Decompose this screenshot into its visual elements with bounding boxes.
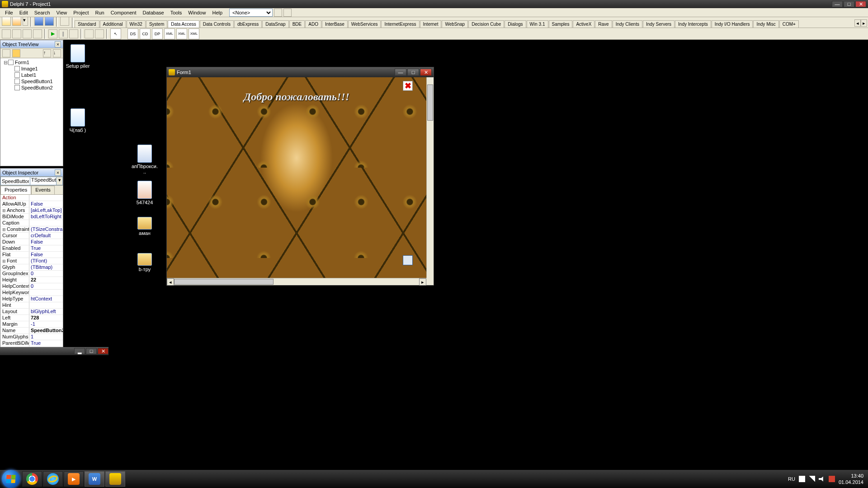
- tray-flag-icon[interactable]: [799, 476, 805, 482]
- prop-value-helptype[interactable]: htContext: [29, 296, 63, 302]
- palette-tab-indy-servers[interactable]: Indy Servers: [643, 20, 675, 28]
- open-dropdown[interactable]: ▾: [23, 17, 28, 26]
- desktop-icon[interactable]: аман: [131, 217, 158, 236]
- prop-name-allowallup[interactable]: AllowAllUp: [0, 201, 29, 207]
- config-combo[interactable]: <None>: [229, 9, 273, 17]
- object-tree[interactable]: ⊟Form1 Image1 Label1 SpeedButton1 SpeedB…: [0, 58, 63, 166]
- new-form-button[interactable]: [33, 29, 42, 38]
- form-vertical-scrollbar[interactable]: [426, 77, 434, 278]
- form-maximize-button[interactable]: □: [407, 69, 419, 76]
- prop-name-glyph[interactable]: Glyph: [0, 264, 29, 270]
- prop-name-flat[interactable]: Flat: [0, 252, 29, 258]
- prop-value-layout[interactable]: blGlyphLeft: [29, 309, 63, 314]
- prop-name-helpkeyword[interactable]: HelpKeyword: [0, 290, 29, 296]
- palette-tab-internetexpress[interactable]: InternetExpress: [381, 20, 419, 28]
- prop-value-numglyphs[interactable]: 1: [29, 334, 63, 340]
- palette-tab-win32[interactable]: Win32: [127, 20, 146, 28]
- toggle-button[interactable]: [23, 29, 32, 38]
- form-horizontal-scrollbar[interactable]: ◂ ▸: [167, 278, 426, 285]
- tray-lang[interactable]: RU: [788, 476, 795, 482]
- tab-properties[interactable]: Properties: [0, 186, 31, 194]
- palette-tab-indy-clients[interactable]: Indy Clients: [613, 20, 642, 28]
- prop-name-enabled[interactable]: Enabled: [0, 245, 29, 251]
- datasetprovider-icon[interactable]: DP: [152, 28, 163, 39]
- new-button[interactable]: [2, 17, 11, 26]
- property-list[interactable]: ActionAllowAllUpFalseAnchors[akLeft,akTo…: [0, 195, 63, 348]
- palette-tab-internet[interactable]: Internet: [420, 20, 442, 28]
- maximize-button[interactable]: □: [844, 1, 854, 7]
- palette-tab-interbase[interactable]: InterBase: [322, 20, 348, 28]
- task-word[interactable]: W: [85, 471, 104, 487]
- prop-name-margin[interactable]: Margin: [0, 321, 29, 327]
- prop-name-down[interactable]: Down: [0, 239, 29, 245]
- clientdataset-icon[interactable]: CD: [140, 28, 151, 39]
- palette-tab-samples[interactable]: Samples: [549, 20, 573, 28]
- palette-tab-decision-cube[interactable]: Decision Cube: [468, 20, 504, 28]
- prop-value-constraints[interactable]: (TSizeConstra: [29, 226, 63, 232]
- desktop-icon[interactable]: Setup piler: [64, 44, 91, 69]
- xml-transform-icon[interactable]: XML: [164, 28, 175, 39]
- prop-name-bidimode[interactable]: BiDiMode: [0, 214, 29, 220]
- prop-value-glyph[interactable]: (TBitmap): [29, 264, 63, 270]
- minimize-button[interactable]: —: [832, 1, 843, 7]
- form-minimize-button[interactable]: —: [395, 69, 406, 76]
- palette-tab-activex[interactable]: ActiveX: [573, 20, 594, 28]
- palette-tab-datasnap[interactable]: DataSnap: [262, 20, 288, 28]
- tree-speedbutton2[interactable]: SpeedButton2: [1, 84, 62, 91]
- open-button[interactable]: [12, 17, 21, 26]
- prop-value-parentbidimode[interactable]: True: [29, 340, 63, 346]
- speedbutton1[interactable]: ✖: [403, 81, 413, 91]
- prop-name-parentbidimode[interactable]: ParentBiDiMode: [0, 340, 29, 346]
- tab-events[interactable]: Events: [31, 186, 55, 194]
- scroll-right-button[interactable]: ▸: [861, 19, 867, 27]
- prop-name-anchors[interactable]: Anchors: [0, 207, 29, 213]
- palette-tab-dbexpress[interactable]: dbExpress: [234, 20, 262, 28]
- prop-value-bidimode[interactable]: bdLeftToRight: [29, 214, 63, 220]
- menu-tools[interactable]: Tools: [167, 9, 185, 16]
- save-all-button[interactable]: [45, 17, 54, 26]
- prop-value-left[interactable]: 728: [29, 315, 63, 321]
- menu-search[interactable]: Search: [31, 9, 53, 16]
- prop-name-numglyphs[interactable]: NumGlyphs: [0, 334, 29, 340]
- view-form-button[interactable]: [12, 29, 21, 38]
- tree-label1[interactable]: Label1: [1, 72, 62, 78]
- tree-btn-1[interactable]: [2, 49, 10, 57]
- tray-action-icon[interactable]: [829, 476, 835, 482]
- close-button[interactable]: ✕: [855, 1, 866, 7]
- run-button[interactable]: ▶: [48, 29, 57, 38]
- prop-name-action[interactable]: Action: [0, 195, 29, 201]
- treeview-close-button[interactable]: ×: [55, 41, 61, 47]
- tray-volume-icon[interactable]: [819, 476, 825, 482]
- inspector-dropdown-button[interactable]: ▾: [57, 177, 63, 185]
- palette-tab-websnap[interactable]: WebSnap: [442, 20, 468, 28]
- stop-button[interactable]: [69, 29, 78, 38]
- toolbar-button-1[interactable]: [274, 9, 282, 17]
- form-close-button[interactable]: ✕: [420, 69, 432, 76]
- scroll-left-icon[interactable]: ◂: [167, 278, 174, 286]
- xml-transform3-icon[interactable]: XML: [189, 28, 199, 39]
- tree-down-button[interactable]: ↓: [53, 49, 61, 57]
- speedbutton2[interactable]: [403, 255, 413, 265]
- minimized-window-bar[interactable]: ▂ □ ✕: [0, 347, 108, 355]
- tree-btn-2[interactable]: [12, 49, 20, 57]
- tray-clock[interactable]: 13:40 01.04.2014: [839, 473, 863, 485]
- prop-name-groupindex[interactable]: GroupIndex: [0, 271, 29, 277]
- prop-name-hint[interactable]: Hint: [0, 302, 29, 308]
- toolbar-button-2[interactable]: [283, 9, 292, 17]
- palette-tab-indy-misc[interactable]: Indy Misc: [753, 20, 778, 28]
- prop-value-anchors[interactable]: [akLeft,akTop]: [29, 207, 63, 213]
- label1[interactable]: Добро пожаловать!!!: [167, 91, 426, 103]
- prop-name-left[interactable]: Left: [0, 315, 29, 321]
- prop-value-font[interactable]: (TFont): [29, 258, 63, 264]
- pointer-icon[interactable]: ↖: [110, 28, 121, 39]
- prop-value-caption[interactable]: [29, 220, 63, 226]
- prop-value-name[interactable]: SpeedButton2: [29, 328, 63, 333]
- palette-tab-bde[interactable]: BDE: [289, 20, 305, 28]
- step-over-button[interactable]: [85, 29, 94, 38]
- tray-network-icon[interactable]: [809, 476, 815, 482]
- menu-file[interactable]: File: [2, 9, 16, 16]
- menu-window[interactable]: Window: [185, 9, 209, 16]
- palette-tab-rave[interactable]: Rave: [595, 20, 612, 28]
- prop-name-layout[interactable]: Layout: [0, 309, 29, 314]
- desktop-icon[interactable]: Ч(лаб ): [64, 108, 91, 133]
